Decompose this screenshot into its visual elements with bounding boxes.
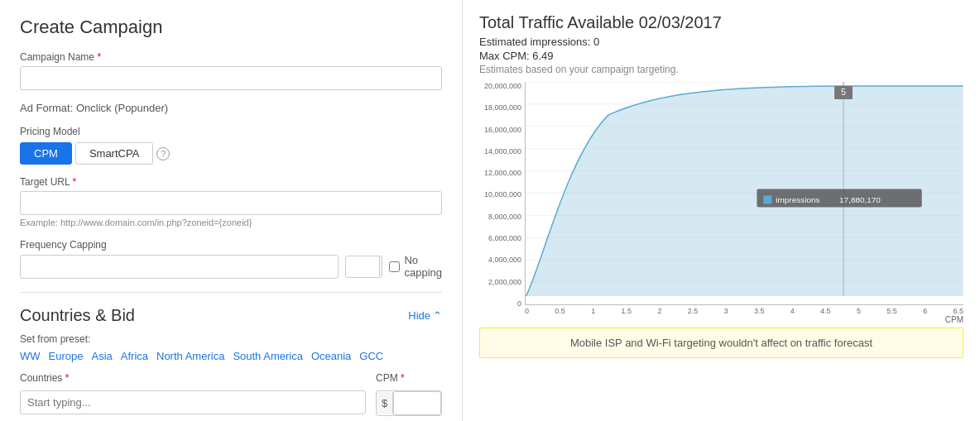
no-capping-label: No capping (404, 254, 442, 279)
capping-input[interactable]: 24 (346, 256, 379, 277)
cpm-symbol: $ (377, 392, 393, 414)
x-axis: 0 0.5 1 1.5 2 2.5 3 3.5 4 4.5 5 5.5 6 6.… (525, 305, 963, 315)
no-capping-wrap: No capping (389, 254, 442, 279)
pricing-model-group: CPM SmartCPA ? (20, 142, 442, 165)
preset-gcc[interactable]: GCC (359, 350, 383, 362)
preset-europe[interactable]: Europe (49, 350, 84, 362)
target-url-input[interactable] (20, 191, 442, 215)
countries-cpm-labels: Countries * CPM * (20, 372, 442, 387)
y-axis: 20,000,000 18,000,000 16,000,000 14,000,… (479, 82, 524, 308)
impressions-stat: Estimated impressions: 0 (479, 36, 963, 48)
section2-header: Countries & Bid Hide ⌃ (20, 306, 442, 325)
right-panel: Total Traffic Available 02/03/2017 Estim… (463, 0, 980, 421)
preset-links: WW Europe Asia Africa North America Sout… (20, 350, 442, 362)
estimates-note: Estimates based on your campaign targeti… (479, 64, 963, 75)
freq-capping-row: 3 24 h No capping (20, 254, 442, 279)
smartcpa-button[interactable]: SmartCPA (75, 142, 153, 165)
svg-text:5: 5 (841, 87, 846, 97)
target-url-group: Target URL * Example: http://www.domain.… (20, 176, 442, 227)
countries-label: Countries * (20, 372, 366, 384)
svg-rect-14 (763, 195, 771, 203)
max-cpm-stat: Max CPM: 6.49 (479, 50, 963, 62)
preset-oceania[interactable]: Oceania (311, 350, 351, 362)
warning-box: Mobile ISP and Wi-Fi targeting wouldn't … (479, 328, 963, 358)
frequency-capping-group: Frequency Capping 3 24 h No capping (20, 239, 442, 279)
campaign-name-input[interactable] (20, 66, 442, 90)
preset-africa[interactable]: Africa (121, 350, 148, 362)
campaign-name-label: Campaign Name * (20, 51, 442, 63)
countries-field (20, 390, 366, 416)
preset-ww[interactable]: WW (20, 350, 41, 362)
preset-north-america[interactable]: North America (156, 350, 224, 362)
cpm-value-input[interactable] (393, 391, 441, 415)
ad-format-text: Ad Format: Onclick (Popunder) (20, 102, 442, 114)
traffic-chart: 5 impressions 17,880,170 (525, 82, 963, 305)
page-title: Create Campaign (20, 17, 442, 38)
preset-asia[interactable]: Asia (91, 350, 112, 362)
divider (20, 292, 442, 293)
section2-title: Countries & Bid (20, 306, 135, 325)
campaign-name-group: Campaign Name * (20, 51, 442, 90)
capping-unit: h (379, 256, 382, 276)
countries-input[interactable] (20, 390, 366, 414)
cpm-input-wrap: $ (376, 390, 442, 416)
cpm-field-label: CPM * (376, 372, 442, 384)
no-capping-checkbox[interactable] (389, 261, 400, 272)
preset-label: Set from preset: (20, 333, 442, 345)
svg-text:impressions: impressions (776, 195, 819, 204)
cpm-button[interactable]: CPM (20, 142, 72, 165)
cpm-field: $ (376, 390, 442, 416)
cpm-axis-label: CPM (525, 315, 963, 324)
frequency-input[interactable]: 3 (20, 255, 339, 279)
hide-button[interactable]: Hide ⌃ (408, 309, 442, 322)
target-url-label: Target URL * (20, 176, 442, 188)
freq-capping-labels: Frequency Capping (20, 239, 442, 251)
right-title: Total Traffic Available 02/03/2017 (479, 13, 963, 32)
pricing-model-label: Pricing Model (20, 126, 442, 137)
chevron-up-icon: ⌃ (433, 309, 442, 322)
svg-text:17,880,170: 17,880,170 (839, 195, 881, 204)
countries-cpm-row: $ (20, 390, 442, 416)
preset-south-america[interactable]: South America (233, 350, 303, 362)
help-icon[interactable]: ? (156, 147, 170, 160)
left-panel: Create Campaign Campaign Name * Ad Forma… (0, 0, 463, 421)
capping-input-wrap: 24 h (345, 256, 382, 278)
target-url-hint: Example: http://www.domain.com/in.php?zo… (20, 218, 442, 227)
